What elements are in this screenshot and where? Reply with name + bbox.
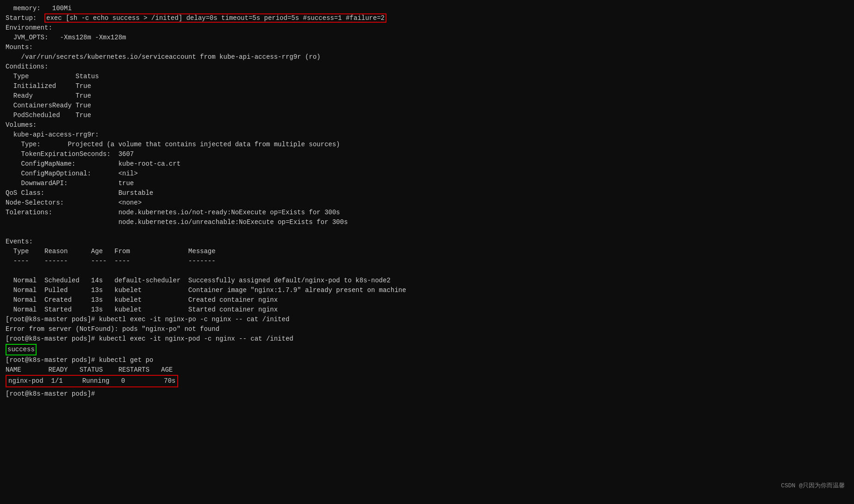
conditions-label: Conditions: (6, 62, 848, 72)
mounts-value: /var/run/secrets/kubernetes.io/serviceac… (6, 52, 848, 62)
event-scheduled: Normal Scheduled 14s default-scheduler S… (6, 276, 848, 286)
volumes-label: Volumes: (6, 120, 848, 130)
event-started: Normal Started 13s kubelet Started conta… (6, 305, 848, 315)
get-po-header: NAME READY STATUS RESTARTS AGE (6, 365, 848, 375)
node-selectors-line: Node-Selectors: <none> (6, 198, 848, 208)
cmd2-line: [root@k8s-master pods]# kubectl exec -it… (6, 334, 848, 344)
environment-label: Environment: (6, 23, 848, 33)
volume-type: Type: Projected (a volume that contains … (6, 140, 848, 149)
jvm-opts-line: JVM_OPTS: -Xms128m -Xmx128m (6, 33, 848, 43)
cmd1-error: Error from server (NotFound): pods "ngin… (6, 324, 848, 334)
containers-ready-row: ContainersReady True (6, 101, 848, 111)
downward-api: DownwardAPI: true (6, 179, 848, 188)
projected-text: Projected (a volume that contains inject… (68, 141, 340, 148)
event-created: Normal Created 13s kubelet Created conta… (6, 295, 848, 305)
configmap-name: ConfigMapName: kube-root-ca.crt (6, 159, 848, 169)
cmd3-line: [root@k8s-master pods]# kubectl get po (6, 355, 848, 365)
cmd2-output: success (6, 344, 848, 355)
ready-row: Ready True (6, 91, 848, 101)
memory-line: memory: 100Mi (6, 4, 848, 13)
event-pulled: Normal Pulled 13s kubelet Container imag… (6, 286, 848, 295)
terminal: memory: 100Mi Startup: exec [sh -c echo … (0, 0, 854, 403)
conditions-header: Type Status (6, 72, 848, 81)
tolerations-label: Tolerations: node.kubernetes.io/not-read… (6, 208, 848, 218)
events-header: Type Reason Age From Message (6, 247, 848, 256)
pod-scheduled-row: PodScheduled True (6, 111, 848, 120)
startup-highlight: exec [sh -c echo success > /inited] dela… (44, 13, 386, 23)
events-separator: ---- ------ ---- ---- ------- (6, 256, 848, 266)
event-row-1 (6, 266, 848, 276)
configmap-optional: ConfigMapOptional: <nil> (6, 169, 848, 179)
mounts-label: Mounts: (6, 43, 848, 52)
token-expiration: TokenExpirationSeconds: 3607 (6, 149, 848, 159)
events-label: Events: (6, 237, 848, 247)
next-prompt: [root@k8s-master pods]# (6, 389, 848, 399)
tolerations-value2: node.kubernetes.io/unreachable:NoExecute… (6, 218, 848, 227)
cmd1-line: [root@k8s-master pods]# kubectl exec -it… (6, 315, 848, 324)
watermark: CSDN @只因为你而温馨 (781, 481, 845, 491)
get-po-row: nginx-pod 1/1 Running 0 70s (6, 375, 848, 387)
startup-line: Startup: exec [sh -c echo success > /ini… (6, 13, 848, 23)
empty-line-1 (6, 227, 848, 237)
success-output: success (6, 344, 37, 355)
qos-class-line: QoS Class: Burstable (6, 188, 848, 198)
volume-name: kube-api-access-rrg9r: (6, 130, 848, 140)
nginx-pod-row: nginx-pod 1/1 Running 0 70s (6, 375, 178, 387)
initialized-row: Initialized True (6, 81, 848, 91)
